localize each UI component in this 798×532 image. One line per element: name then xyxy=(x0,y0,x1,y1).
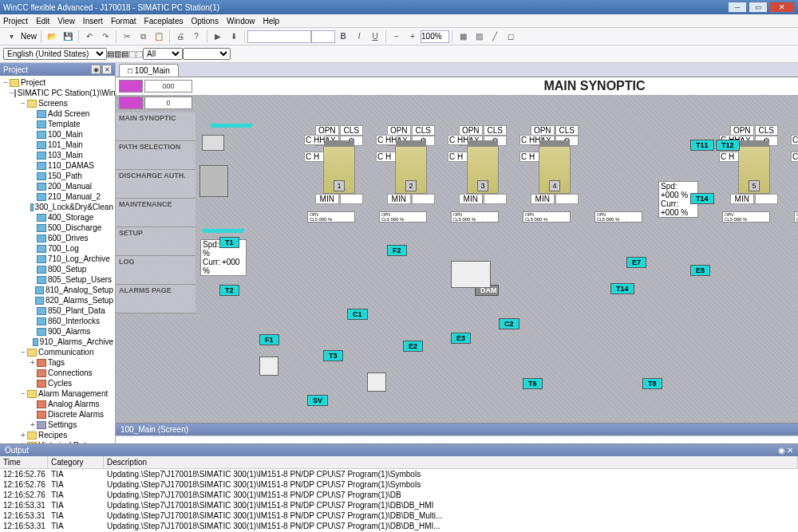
nav-discharge-auth-[interactable]: DISCHARGE AUTH. xyxy=(116,170,196,199)
panel-pin-icon[interactable]: ◉ xyxy=(91,65,101,74)
nav-setup[interactable]: SETUP xyxy=(116,227,196,256)
tree-conns[interactable]: Connections xyxy=(2,368,113,378)
silo-5[interactable]: OPNCLS MAX⚙ C HHC H 5 MIN xyxy=(730,125,778,197)
tree-screen-1[interactable]: Template xyxy=(2,119,113,129)
tree-screen-14[interactable]: 710_Log_Archive xyxy=(2,254,113,264)
output-row[interactable]: 12:16:53.31TIAUpdating.\Step7\J170018\SI… xyxy=(0,521,798,531)
nav-log[interactable]: LOG xyxy=(116,256,196,285)
tree-hist[interactable]: +Historical Data xyxy=(2,440,113,443)
tag-t2[interactable]: T2 xyxy=(219,285,239,296)
zoom-in-icon[interactable]: + xyxy=(405,30,420,44)
maximize-button[interactable]: ▭ xyxy=(749,2,768,13)
obj-icon[interactable]: ◻ xyxy=(504,30,518,44)
tag-t11[interactable]: T12 xyxy=(716,140,740,151)
output-row[interactable]: 12:16:52.76TIAUpdating.\Step7\J170018\SI… xyxy=(0,490,798,500)
tag-t1[interactable]: T1 xyxy=(219,237,239,248)
paste-icon[interactable]: 📋 xyxy=(152,30,166,44)
compile-icon[interactable]: ▶ xyxy=(211,30,225,44)
tree-screen-13[interactable]: 700_Log xyxy=(2,243,113,254)
tab-100-main[interactable]: □ 100_Main xyxy=(119,64,179,77)
menu-help[interactable]: Help xyxy=(263,17,280,26)
tree-comm[interactable]: −Communication xyxy=(2,347,113,357)
group-icon[interactable]: ⬚ xyxy=(128,49,136,58)
bold-icon[interactable]: B xyxy=(336,30,350,44)
line-icon[interactable]: ╱ xyxy=(488,30,502,44)
tag-t6[interactable]: T6 xyxy=(523,378,543,389)
align-left-icon[interactable]: ▤ xyxy=(107,49,114,58)
silo-3[interactable]: OPNCLS MAX⚙ C HHC H 3 MIN xyxy=(459,125,507,197)
tree-root[interactable]: −Project xyxy=(2,77,113,88)
tag-t8[interactable]: T8 xyxy=(642,378,662,389)
open-icon[interactable]: 📂 xyxy=(45,30,59,44)
tree-screen-16[interactable]: 805_Setup_Users xyxy=(2,274,113,285)
tag-e7[interactable]: E7 xyxy=(626,257,646,268)
color-icon[interactable]: ▦ xyxy=(456,30,470,44)
nav-main-synoptic[interactable]: MAIN SYNOPTIC xyxy=(116,112,196,141)
panel-close-icon[interactable]: ✕ xyxy=(102,65,112,74)
print-icon[interactable]: 🖨 xyxy=(173,30,188,44)
output-pin-icon[interactable]: ◉ xyxy=(778,446,785,455)
tree-screen-19[interactable]: 850_Plant_Data xyxy=(2,305,113,316)
filter-select[interactable] xyxy=(183,48,231,60)
menu-faceplates[interactable]: Faceplates xyxy=(144,17,184,26)
new-button[interactable]: ▾ xyxy=(4,30,18,44)
tag-c2[interactable]: C2 xyxy=(499,318,519,329)
tag-f1[interactable]: F1 xyxy=(259,334,279,345)
output-row[interactable]: 12:16:53.31TIAUpdating.\Step7\J170018\SI… xyxy=(0,500,798,510)
layer-select[interactable]: All xyxy=(143,48,183,60)
tree-settings[interactable]: +Settings xyxy=(2,420,113,430)
tree-screen-7[interactable]: 200_Manual xyxy=(2,181,113,191)
tree-screen-5[interactable]: 110_DAMAS xyxy=(2,160,113,171)
tree-screen-15[interactable]: 800_Setup xyxy=(2,264,113,274)
undo-icon[interactable]: ↶ xyxy=(82,30,97,44)
tree-screen-2[interactable]: 100_Main xyxy=(2,129,113,140)
silo-4[interactable]: OPNCLS MAX⚙ C HHC H 4 MIN xyxy=(531,125,579,197)
output-row[interactable]: 12:16:52.76TIAUpdating.\Step7\J170018\SI… xyxy=(0,469,798,479)
tag-t12[interactable]: T14 xyxy=(690,193,714,204)
close-button[interactable]: ✕ xyxy=(769,2,795,13)
tree-alm[interactable]: −Alarm Management xyxy=(2,388,113,399)
tree-analog-alarms[interactable]: Analog Alarms xyxy=(2,399,113,409)
align-center-icon[interactable]: ▥ xyxy=(114,49,121,58)
tag-c1[interactable]: C1 xyxy=(347,309,368,320)
copy-icon[interactable]: ⧉ xyxy=(136,30,150,44)
tag-sv[interactable]: SV xyxy=(307,395,328,406)
tree-screen-10[interactable]: 400_Storage xyxy=(2,212,113,223)
silo-1[interactable]: OPNCLS MAX⚙ C HHC H 1 MIN xyxy=(315,125,363,197)
transfer-icon[interactable]: ⬇ xyxy=(227,30,241,44)
tree-screen-12[interactable]: 600_Drives xyxy=(2,233,113,243)
menu-view[interactable]: View xyxy=(57,17,75,26)
tree-station[interactable]: −SIMATIC PC Station(1)\WinCC flexib xyxy=(2,88,113,98)
tag-e2[interactable]: E2 xyxy=(403,341,423,352)
tree-screen-9[interactable]: 300_Lock&Dry&Clean xyxy=(2,202,113,212)
nav-alarms-page[interactable]: ALARMS PAGE xyxy=(116,285,196,313)
save-icon[interactable]: 💾 xyxy=(61,30,75,44)
canvas-viewport[interactable]: 000 MAIN SYNOPTIC 0000000 DEBU 0 MAIN SY… xyxy=(116,77,798,423)
redo-icon[interactable]: ↷ xyxy=(98,30,113,44)
tree-screen-22[interactable]: 910_Alarms_Archive xyxy=(2,337,113,347)
tree-tags[interactable]: +Tags xyxy=(2,357,113,368)
tag-t3[interactable]: T3 xyxy=(323,350,343,361)
zoom-out-icon[interactable]: − xyxy=(389,30,404,44)
align-right-icon[interactable]: ▤ xyxy=(121,49,128,58)
language-select[interactable]: English (United States) xyxy=(3,48,107,60)
output-row[interactable]: 12:16:52.76TIAUpdating.\Step7\J170018\SI… xyxy=(0,479,798,490)
output-close-icon[interactable]: ✕ xyxy=(787,446,793,455)
output-row[interactable]: 12:16:53.31TIAUpdating.\Step7\J170018\SI… xyxy=(0,510,798,521)
tree-screen-4[interactable]: 103_Main xyxy=(2,150,113,160)
tree-recipes[interactable]: +Recipes xyxy=(2,430,113,440)
menu-window[interactable]: Window xyxy=(227,17,255,26)
menu-insert[interactable]: Insert xyxy=(83,17,103,26)
tag-f2[interactable]: F2 xyxy=(387,245,407,256)
menu-options[interactable]: Options xyxy=(191,17,218,26)
tree-screen-20[interactable]: 860_Interlocks xyxy=(2,316,113,326)
minimize-button[interactable]: ─ xyxy=(728,2,747,13)
tree-screen-8[interactable]: 210_Manual_2 xyxy=(2,191,113,202)
nav-maintenance[interactable]: MAINTENANCE xyxy=(116,199,196,227)
tree-screen-11[interactable]: 500_Discharge xyxy=(2,223,113,233)
tag-e3[interactable]: E3 xyxy=(451,333,471,344)
fill-icon[interactable]: ▨ xyxy=(472,30,486,44)
zoom-input[interactable] xyxy=(421,30,449,43)
design-canvas[interactable]: 000 MAIN SYNOPTIC 0000000 DEBU 0 MAIN SY… xyxy=(116,77,798,423)
tag-t10[interactable]: T11 xyxy=(690,140,714,151)
